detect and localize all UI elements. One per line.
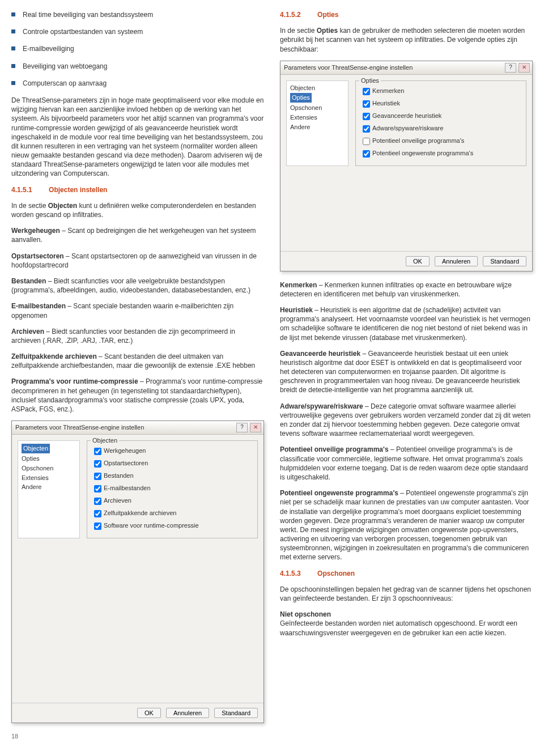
def-bestanden: Bestanden – Biedt scanfuncties voor alle… [11, 277, 264, 295]
check-zelfuitpakkend[interactable]: Zelfuitpakkende archieven [92, 508, 253, 519]
list-item: Real time beveiliging van bestandssystee… [11, 10, 264, 19]
tree-node-opties[interactable]: Opties [20, 454, 77, 464]
tree-node-andere[interactable]: Andere [289, 122, 346, 132]
check-archieven[interactable]: Archieven [92, 496, 253, 507]
heading-4153: 4.1.5.3 Opschonen [280, 569, 533, 578]
tree-node-andere[interactable]: Andere [20, 482, 77, 492]
def-runtime-compressie: Programma's voor runtime-compressie – Pr… [11, 377, 264, 414]
tree-node-opschonen[interactable]: Opschonen [289, 103, 346, 113]
cancel-button[interactable]: Annuleren [166, 708, 209, 718]
dialog-titlebar: Parameters voor ThreatSense-engine inste… [12, 421, 264, 435]
left-column: Real time beveiliging van bestandssystee… [11, 10, 264, 741]
def-geavanceerd: Geavanceerde heuristiek – Geavanceerde h… [280, 349, 533, 395]
def-zelfuitpakkend: Zelfuitpakkende archieven – Scant bestan… [11, 352, 264, 370]
def-emailbestanden: E-mailbestanden – Scant speciale bestand… [11, 301, 264, 320]
check-geavanceerd[interactable]: Geavanceerde heuristiek [360, 111, 521, 122]
def-archieven: Archieven – Biedt scanfuncties voor best… [11, 327, 264, 345]
groupbox-legend: Objecten [91, 436, 119, 445]
default-button[interactable]: Standaard [214, 708, 258, 718]
right-column: 4.1.5.2 Opties In de sectie Opties kan d… [280, 10, 533, 741]
tree-node-objecten[interactable]: Objecten [20, 443, 77, 454]
heading-4152: 4.1.5.2 Opties [280, 10, 533, 19]
close-icon[interactable]: ✕ [518, 63, 530, 73]
default-button[interactable]: Standaard [483, 256, 526, 266]
tree-node-extensies[interactable]: Extensies [20, 473, 77, 483]
heading-text: Opschonen [317, 570, 355, 577]
groupbox-legend: Opties [359, 77, 381, 85]
heading-text: Opties [317, 11, 338, 19]
dialog-tree[interactable]: Objecten Opties Opschonen Extensies Ande… [286, 80, 348, 166]
opschonen-intro: De opschooninstellingen bepalen het gedr… [280, 585, 533, 603]
def-niet-opschonen: Niet opschonen Geïnfecteerde bestanden w… [280, 610, 533, 638]
list-item: Beveiliging van webtoegang [11, 62, 264, 71]
list-item: Computerscan op aanvraag [11, 79, 264, 88]
def-opstartsectoren: Opstartsectoren – Scant opstartsectoren … [11, 252, 264, 270]
ok-button[interactable]: OK [406, 256, 430, 266]
dialog-objecten: Parameters voor ThreatSense-engine inste… [11, 421, 264, 723]
heading-4151: 4.1.5.1 Objecten instellen [11, 185, 264, 194]
dialog-title-text: Parameters voor ThreatSense-engine inste… [15, 424, 144, 431]
check-emailbestanden[interactable]: E-mailbestanden [92, 483, 253, 494]
page-number: 18 [11, 732, 264, 741]
tree-node-opties[interactable]: Opties [289, 92, 346, 103]
tree-node-opschonen[interactable]: Opschonen [20, 464, 77, 473]
heading-number: 4.1.5.2 [280, 11, 301, 19]
def-werkgeheugen: Werkgeheugen – Scant op bedreigingen die… [11, 226, 264, 244]
check-bestanden[interactable]: Bestanden [92, 471, 253, 482]
objects-intro: In de sectie Objecten kunt u definiëren … [11, 201, 264, 219]
heading-number: 4.1.5.3 [280, 570, 301, 577]
dialog-titlebar: Parameters voor ThreatSense-engine inste… [280, 61, 532, 75]
check-adware[interactable]: Adware/spyware/riskware [360, 124, 521, 134]
heading-text: Objecten instellen [49, 186, 107, 194]
def-kenmerken: Kenmerken – Kenmerken kunnen infiltratie… [280, 281, 533, 299]
dialog-title-text: Parameters voor ThreatSense-engine inste… [284, 64, 413, 71]
help-icon[interactable]: ? [236, 423, 248, 432]
dialog-opties: Parameters voor ThreatSense-engine inste… [280, 61, 533, 271]
def-ongewenst: Potentieel ongewenste programma's – Pote… [280, 489, 533, 562]
dialog-tree[interactable]: Objecten Opties Opschonen Extensies Ande… [18, 440, 80, 538]
list-item: E-mailbeveiliging [11, 44, 264, 53]
check-runtime[interactable]: Software voor runtime-compressie [92, 521, 253, 532]
ok-button[interactable]: OK [137, 708, 161, 718]
opties-intro: In de sectie Opties kan de gebruiker de … [280, 26, 533, 54]
heading-number: 4.1.5.1 [11, 186, 32, 194]
tree-node-extensies[interactable]: Extensies [289, 113, 346, 122]
intro-paragraph: De ThreatSense-parameters zijn in hoge m… [11, 96, 264, 179]
def-heuristiek: Heuristiek – Heuristiek is een algoritme… [280, 305, 533, 342]
check-werkgeheugen[interactable]: Werkgeheugen [92, 446, 253, 457]
check-ongewenst[interactable]: Potentieel ongewenste programma's [360, 148, 521, 159]
list-item: Controle opstartbestanden van systeem [11, 27, 264, 36]
check-opstartsectoren[interactable]: Opstartsectoren [92, 458, 253, 469]
groupbox-opties: Opties Kenmerken Heuristiek Geavanceerde… [355, 80, 526, 166]
tree-node-objecten[interactable]: Objecten [289, 83, 346, 93]
cancel-button[interactable]: Annuleren [435, 256, 478, 266]
help-icon[interactable]: ? [505, 63, 516, 73]
def-adware: Adware/spyware/riskware – Deze categorie… [280, 402, 533, 439]
def-onveilig: Potentieel onveilige programma's – Poten… [280, 445, 533, 482]
groupbox-objecten: Objecten Werkgeheugen Opstartsectoren Be… [87, 440, 258, 538]
feature-list: Real time beveiliging van bestandssystee… [11, 10, 264, 88]
check-heuristiek[interactable]: Heuristiek [360, 99, 521, 109]
check-kenmerken[interactable]: Kenmerken [360, 86, 521, 97]
check-onveilig[interactable]: Potentieel onveilige programma's [360, 136, 521, 147]
close-icon[interactable]: ✕ [250, 423, 261, 432]
